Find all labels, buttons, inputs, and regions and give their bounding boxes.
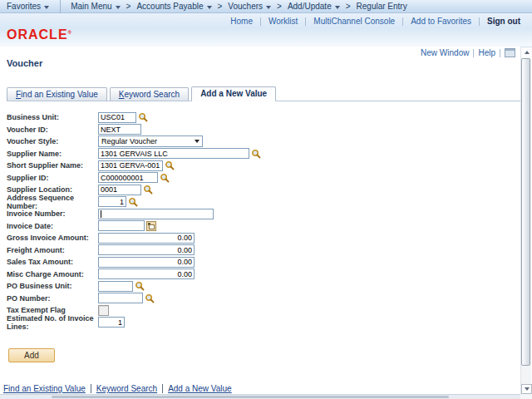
misc-charge-amount-input[interactable] xyxy=(98,268,195,279)
tax-exempt-flag-label: Tax Exempt Flag xyxy=(7,306,98,314)
po-business-unit-label: PO Business Unit: xyxy=(7,282,98,290)
address-sequence-number-lookup-icon[interactable] xyxy=(128,197,138,207)
po-business-unit-lookup-icon[interactable] xyxy=(135,281,145,291)
calendar-icon[interactable] xyxy=(146,221,156,231)
field-row: Invoice Number: xyxy=(7,208,520,220)
sign-out-link[interactable]: Sign out xyxy=(487,17,520,26)
field-row: Business Unit: xyxy=(7,111,520,124)
main-content: New Window Help Voucher Find an Existing… xyxy=(0,47,520,394)
dropdown-arrow-icon xyxy=(116,6,121,9)
field-row: Supplier ID: xyxy=(7,172,520,185)
favorites-menu[interactable]: Favorites xyxy=(7,2,49,11)
arrow-down-icon xyxy=(525,387,530,391)
new-window-link[interactable]: New Window xyxy=(421,48,469,57)
field-row: Address Sequence Number: xyxy=(7,196,520,209)
breadcrumb-separator: > xyxy=(126,2,131,11)
breadcrumb-regular-entry: Regular Entry xyxy=(357,2,407,11)
short-supplier-name-lookup-icon[interactable] xyxy=(165,160,175,170)
business-unit-lookup-icon[interactable] xyxy=(138,112,148,122)
po-number-input[interactable] xyxy=(98,293,143,303)
help-link[interactable]: Help xyxy=(478,48,495,57)
bottom-link-keyword-search[interactable]: Keyword Search xyxy=(96,384,157,393)
link-divider xyxy=(473,49,474,57)
link-divider xyxy=(305,17,306,26)
tab-keyword-search[interactable]: Keyword Search xyxy=(110,87,189,101)
registered-mark: ® xyxy=(68,30,71,35)
tab-find-existing-value[interactable]: Find an Existing Value xyxy=(7,87,107,101)
freight-amount-label: Freight Amount: xyxy=(7,246,98,254)
add-button[interactable]: Add xyxy=(8,348,55,362)
link-divider xyxy=(260,17,261,26)
breadcrumb-separator: > xyxy=(346,2,351,11)
multichannel-console-link[interactable]: MultiChannel Console xyxy=(313,17,395,26)
horizontal-scrollbar-thumb[interactable] xyxy=(52,396,449,398)
window-icon[interactable] xyxy=(505,48,515,57)
po-number-lookup-icon[interactable] xyxy=(145,293,155,303)
estimated-invoice-lines-input[interactable] xyxy=(98,317,125,328)
utility-links: New Window Help xyxy=(421,48,515,57)
text-caret xyxy=(101,210,101,218)
link-divider xyxy=(91,384,91,393)
header-links: Home Worklist MultiChannel Console Add t… xyxy=(230,17,520,26)
supplier-location-label: Supplier Location: xyxy=(7,185,98,194)
supplier-name-input[interactable] xyxy=(98,148,249,159)
breadcrumb-accounts-payable[interactable]: Accounts Payable xyxy=(136,2,211,11)
link-divider xyxy=(479,17,480,26)
main-menu[interactable]: Main Menu xyxy=(71,2,120,11)
invoice-number-input[interactable] xyxy=(98,209,214,219)
field-row: Freight Amount: xyxy=(7,244,520,257)
add-to-favorites-link[interactable]: Add to Favorites xyxy=(411,17,471,26)
home-link[interactable]: Home xyxy=(230,17,253,26)
scroll-down-button[interactable] xyxy=(521,384,532,394)
tab-label: ind an Existing Value xyxy=(21,90,98,99)
business-unit-label: Business Unit: xyxy=(7,113,98,121)
sales-tax-amount-input[interactable] xyxy=(98,257,195,268)
gross-invoice-amount-label: Gross Invoice Amount: xyxy=(7,234,98,242)
supplier-name-lookup-icon[interactable] xyxy=(251,149,261,159)
breadcrumb-vouchers[interactable]: Vouchers xyxy=(228,2,271,11)
supplier-location-lookup-icon[interactable] xyxy=(143,185,153,195)
dropdown-arrow-icon xyxy=(207,6,212,9)
breadcrumb-add-update[interactable]: Add/Update xyxy=(288,2,340,11)
scroll-up-button[interactable] xyxy=(521,47,532,57)
invoice-date-label: Invoice Date: xyxy=(7,222,98,230)
voucher-style-select[interactable]: Regular Voucher xyxy=(98,135,203,147)
freight-amount-input[interactable] xyxy=(98,244,195,255)
arrow-up-icon xyxy=(525,51,530,54)
menu-divider xyxy=(60,0,61,13)
link-divider xyxy=(402,17,403,26)
supplier-location-input[interactable] xyxy=(98,185,141,195)
supplier-name-label: Supplier Name: xyxy=(7,150,98,158)
vertical-scrollbar[interactable] xyxy=(520,47,531,394)
supplier-id-lookup-icon[interactable] xyxy=(160,173,170,183)
tab-label: eyword Search xyxy=(124,90,180,99)
sales-tax-amount-label: Sales Tax Amount: xyxy=(7,258,98,266)
select-arrow-icon xyxy=(195,140,200,143)
tax-exempt-flag-checkbox[interactable] xyxy=(98,305,109,316)
gross-invoice-amount-input[interactable] xyxy=(98,233,195,244)
field-row: PO Number: xyxy=(7,293,520,305)
short-supplier-name-input[interactable] xyxy=(98,160,163,171)
field-row: Voucher Style: Regular Voucher xyxy=(7,135,520,148)
worklist-link[interactable]: Worklist xyxy=(268,17,298,26)
vertical-scrollbar-thumb[interactable] xyxy=(521,58,530,366)
tab-add-new-value[interactable]: Add a New Value xyxy=(191,86,276,101)
supplier-id-input[interactable] xyxy=(98,172,158,183)
short-supplier-name-label: Short Supplier Name: xyxy=(7,161,98,170)
breadcrumb-separator: > xyxy=(218,2,223,11)
business-unit-input[interactable] xyxy=(98,112,136,123)
link-divider xyxy=(162,384,163,393)
address-sequence-number-input[interactable] xyxy=(98,196,126,207)
horizontal-scrollbar[interactable] xyxy=(0,394,520,399)
invoice-date-input[interactable] xyxy=(98,220,145,231)
voucher-id-input[interactable] xyxy=(98,124,141,135)
tab-bar: Find an Existing Value Keyword Search Ad… xyxy=(7,86,520,101)
link-divider xyxy=(500,49,500,57)
bottom-link-find-existing-value[interactable]: Find an Existing Value xyxy=(3,384,86,393)
field-row: Gross Invoice Amount: xyxy=(7,232,520,244)
vouchers-label: Vouchers xyxy=(228,2,263,11)
bottom-link-add-new-value[interactable]: Add a New Value xyxy=(168,384,232,393)
field-row: Sales Tax Amount: xyxy=(7,256,520,268)
po-business-unit-input[interactable] xyxy=(98,281,133,292)
supplier-id-label: Supplier ID: xyxy=(7,174,98,182)
